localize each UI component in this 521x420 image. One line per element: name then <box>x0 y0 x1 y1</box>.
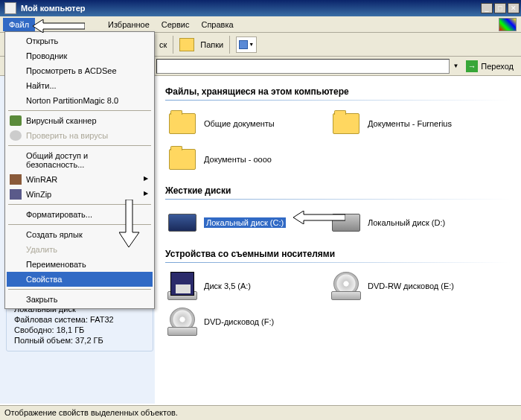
menu-separator <box>8 289 151 290</box>
window-title: Мой компьютер <box>19 4 481 13</box>
winzip-icon <box>10 189 22 200</box>
shield-icon <box>10 115 22 126</box>
floppy-icon <box>170 272 194 296</box>
computer-icon <box>4 2 16 14</box>
toolbar-separator <box>173 36 173 54</box>
status-text: Отображение свойств выделенных объектов. <box>4 408 178 417</box>
views-icon <box>239 40 248 49</box>
menu-acdsee[interactable]: Просмотреть в ACDSee <box>7 63 153 78</box>
menu-explorer[interactable]: Проводник <box>7 48 153 63</box>
address-input[interactable] <box>156 59 450 74</box>
item-dvd-f[interactable]: DVD-дисковод (F:) <box>165 306 322 337</box>
views-button[interactable]: ▼ <box>236 36 257 53</box>
details-filesystem: Файловая система: FAT32 <box>14 315 145 324</box>
menu-winzip[interactable]: WinZip <box>7 187 153 202</box>
menu-favorites[interactable]: Избранное <box>102 18 156 31</box>
group-divider <box>165 199 511 200</box>
menu-file[interactable]: Файл <box>3 18 35 31</box>
item-floppy-a[interactable]: Диск 3,5 (A:) <box>165 270 322 302</box>
status-bar: Отображение свойств выделенных объектов. <box>0 405 521 420</box>
menu-separator <box>8 224 151 225</box>
menu-separator <box>8 204 151 205</box>
toolbar-search-partial[interactable]: ск <box>159 40 167 49</box>
address-dropdown-icon[interactable]: ▼ <box>453 63 458 69</box>
hdd-icon <box>332 214 360 232</box>
group-divider <box>165 262 511 263</box>
group-header-hdd: Жесткие диски <box>165 185 511 196</box>
menu-separator <box>8 110 151 111</box>
minimize-button[interactable]: _ <box>481 3 493 13</box>
toolbar-folders[interactable]: Папки <box>200 40 223 49</box>
file-menu-dropdown: Открыть Проводник Просмотреть в ACDSee Н… <box>4 31 155 309</box>
menu-check-viruses: Проверить на вирусы <box>7 128 153 143</box>
item-local-disk-d[interactable]: Локальный диск (D:) <box>329 207 485 238</box>
go-label: Переход <box>481 62 514 71</box>
menu-separator <box>8 145 151 146</box>
item-documents-furnerius[interactable]: Документы - Furnerius <box>329 108 485 139</box>
group-divider <box>165 100 511 101</box>
toolbar-separator <box>229 36 230 54</box>
folder-icon <box>333 113 359 134</box>
item-label: Диск 3,5 (A:) <box>204 281 251 290</box>
hdd-icon <box>168 214 196 232</box>
go-arrow-icon: → <box>466 60 478 72</box>
menu-close[interactable]: Закрыть <box>7 292 153 307</box>
maximize-button[interactable]: □ <box>494 3 506 13</box>
title-bar: Мой компьютер _ □ ✕ <box>0 0 521 16</box>
menu-sharing[interactable]: Общий доступ и безопасность... <box>7 148 153 172</box>
item-label: DVD-дисковод (F:) <box>204 317 274 326</box>
menu-rename[interactable]: Переименовать <box>7 257 153 272</box>
menu-open[interactable]: Открыть <box>7 34 153 48</box>
close-button[interactable]: ✕ <box>508 3 520 13</box>
menu-virus-scanner[interactable]: Вирусный сканнер <box>7 113 153 128</box>
menu-norton-pm[interactable]: Norton PartitionMagic 8.0 <box>7 93 153 108</box>
item-documents-oooo[interactable]: Документы - oooo <box>165 144 322 175</box>
go-button[interactable]: → Переход <box>461 59 518 74</box>
group-header-files: Файлы, хранящиеся на этом компьютере <box>165 86 511 97</box>
menu-delete: Удалить <box>7 242 153 257</box>
chevron-down-icon: ▼ <box>249 42 254 47</box>
menu-find[interactable]: Найти... <box>7 78 153 93</box>
menu-help[interactable]: Справка <box>195 18 239 31</box>
item-label: Документы - oooo <box>204 155 272 164</box>
winrar-icon <box>10 174 22 185</box>
item-label: Локальный диск (C:) <box>204 217 286 228</box>
main-panel: Файлы, хранящиеся на этом компьютере Общ… <box>155 76 521 404</box>
folders-icon[interactable] <box>179 38 194 51</box>
item-local-disk-c[interactable]: Локальный диск (C:) <box>165 207 322 238</box>
group-header-removable: Устройства со съемными носителями <box>165 249 511 259</box>
menu-create-shortcut[interactable]: Создать ярлык <box>7 227 153 242</box>
windows-logo-icon <box>499 18 517 31</box>
folder-icon <box>169 113 196 134</box>
menu-winrar[interactable]: WinRAR <box>7 172 153 187</box>
item-label: Документы - Furnerius <box>368 119 452 128</box>
item-label: DVD-RW дисковод (E:) <box>368 281 454 290</box>
item-label: Общие документы <box>204 119 275 128</box>
item-label: Локальный диск (D:) <box>368 218 445 227</box>
item-shared-documents[interactable]: Общие документы <box>165 108 322 139</box>
menu-service[interactable]: Сервис <box>156 18 196 31</box>
menu-bar: Файл Избранное Сервис Справка <box>0 16 521 33</box>
folder-icon <box>169 149 196 170</box>
menu-format[interactable]: Форматировать... <box>7 207 153 222</box>
magnifier-icon <box>10 130 22 141</box>
menu-properties[interactable]: Свойства <box>7 272 153 287</box>
details-free-space: Свободно: 18,1 ГБ <box>14 325 145 334</box>
item-dvdrw-e[interactable]: DVD-RW дисковод (E:) <box>329 270 485 302</box>
details-total-size: Полный объем: 37,2 ГБ <box>14 336 145 345</box>
